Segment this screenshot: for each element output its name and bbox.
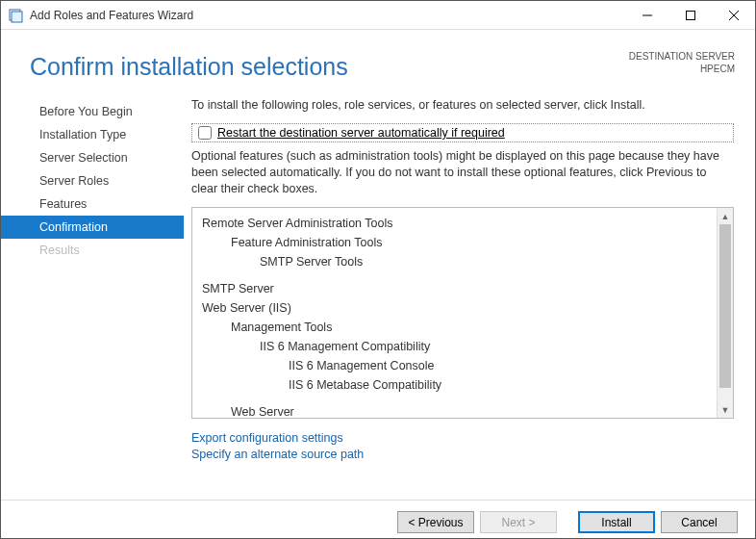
svg-rect-1 [12,12,22,22]
step-server-roles[interactable]: Server Roles [1,169,184,192]
step-before-you-begin[interactable]: Before You Begin [1,100,184,123]
next-button: Next > [480,511,557,533]
export-config-link[interactable]: Export configuration settings [191,430,734,447]
tree-item: Feature Administration Tools [202,233,733,252]
selections-tree: Remote Server Administration Tools Featu… [191,207,734,419]
restart-checkbox[interactable] [198,126,212,140]
alternate-source-link[interactable]: Specify an alternate source path [191,447,734,463]
app-icon [9,8,24,23]
intro-text: To install the following roles, role ser… [191,98,734,112]
step-features[interactable]: Features [1,192,184,216]
scroll-up-icon[interactable]: ▲ [718,208,733,224]
restart-checkbox-row[interactable]: Restart the destination server automatic… [191,123,734,142]
tree-item: SMTP Server [202,279,733,298]
tree-item: IIS 6 Metabase Compatibility [202,375,733,395]
optional-features-text: Optional features (such as administratio… [191,148,734,197]
close-button[interactable] [712,1,755,29]
install-button[interactable]: Install [578,511,655,533]
tree-item: Web Server (IIS) [202,298,733,318]
cancel-button[interactable]: Cancel [661,511,738,533]
titlebar: Add Roles and Features Wizard [1,1,755,30]
window-title: Add Roles and Features Wizard [30,9,625,22]
maximize-button[interactable] [668,1,712,29]
links-block: Export configuration settings Specify an… [191,430,734,463]
previous-button[interactable]: < Previous [397,511,474,533]
scroll-thumb[interactable] [719,224,731,388]
scrollbar[interactable]: ▲ ▼ [717,208,733,418]
destination-server: HPECM [629,63,735,75]
restart-label[interactable]: Restart the destination server automatic… [217,126,505,140]
scroll-down-icon[interactable]: ▼ [718,401,733,418]
minimize-button[interactable] [625,1,668,29]
tree-item: Management Tools [202,318,733,337]
tree-item: SMTP Server Tools [202,252,733,271]
tree-item: Web Server [202,402,733,419]
destination-server-info: DESTINATION SERVER HPECM [629,50,735,75]
svg-rect-3 [686,11,694,19]
main-content: To install the following roles, role ser… [184,98,755,500]
step-confirmation[interactable]: Confirmation [1,216,184,239]
step-installation-type[interactable]: Installation Type [1,123,184,146]
tree-item: IIS 6 Management Compatibility [202,337,733,356]
wizard-footer: < Previous Next > Install Cancel [1,500,755,539]
tree-item: Remote Server Administration Tools [202,214,733,233]
step-server-selection[interactable]: Server Selection [1,146,184,169]
tree-item: IIS 6 Management Console [202,356,733,375]
destination-label: DESTINATION SERVER [629,50,735,63]
step-results: Results [1,239,184,262]
wizard-steps: Before You Begin Installation Type Serve… [1,98,184,500]
